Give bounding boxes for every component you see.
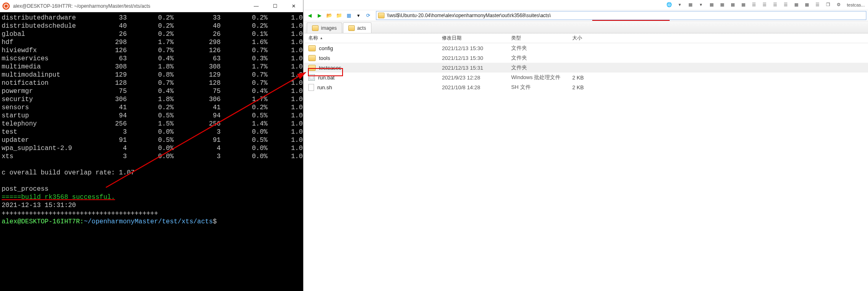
window-icon[interactable]: ❐	[824, 2, 832, 8]
globe-icon[interactable]: 🌐	[665, 2, 673, 8]
header-size[interactable]: 大小	[572, 35, 605, 42]
list-icon[interactable]: ☰	[813, 2, 822, 8]
folder-icon	[308, 55, 316, 61]
file-type: 文件夹	[511, 64, 572, 71]
refresh-button[interactable]: ⟳	[364, 11, 373, 20]
grid-icon[interactable]: ▦	[792, 2, 800, 8]
file-size: 2 KB	[572, 75, 605, 81]
dropdown-icon[interactable]: ▾	[354, 11, 363, 20]
view-button[interactable]: ▦	[344, 11, 353, 20]
grid-icon[interactable]: ▦	[708, 2, 716, 8]
maximize-button[interactable]: ☐	[266, 0, 284, 12]
explorer-nav-row: ◀ ▶ 📂 📁 ▦ ▾ ⟳ \\wsl$\Ubuntu-20.04\home\a…	[303, 10, 868, 21]
bat-file-icon	[308, 74, 315, 81]
file-row[interactable]: config2021/12/13 15:30文件夹	[303, 43, 868, 53]
minimize-button[interactable]: —	[247, 0, 266, 12]
file-date: 2021/12/13 15:31	[442, 65, 511, 71]
list-icon[interactable]: ☰	[750, 2, 758, 8]
header-name[interactable]: 名称 ▲	[303, 35, 442, 42]
file-type: SH 文件	[511, 84, 572, 91]
file-name: config	[319, 45, 333, 51]
grid-icon[interactable]: ▦	[803, 2, 811, 8]
settings-icon[interactable]: ⚙	[835, 2, 843, 8]
file-type: 文件夹	[511, 54, 572, 62]
tab-images[interactable]: images	[307, 22, 342, 33]
explorer-top-toolbar: 🌐▾ ▦▾ ▦ ▦ ▦ ▦ ☰ ☰ ☰ ☰ ▦ ▦ ☰ ❐ ⚙ testcas.…	[303, 0, 868, 10]
file-date: 2021/9/23 12:28	[442, 75, 511, 81]
nav-history-button[interactable]: 📁	[334, 11, 343, 20]
file-row[interactable]: tools2021/12/13 15:30文件夹	[303, 53, 868, 63]
file-row[interactable]: run.bat2021/9/23 12:28Windows 批处理文件2 KB	[303, 73, 868, 82]
file-explorer: 🌐▾ ▦▾ ▦ ▦ ▦ ▦ ☰ ☰ ☰ ☰ ▦ ▦ ☰ ❐ ⚙ testcas.…	[303, 0, 868, 291]
list-icon[interactable]: ☰	[771, 2, 779, 8]
tab-acts[interactable]: acts	[343, 22, 371, 33]
nav-back-button[interactable]: ◀	[305, 11, 314, 20]
explorer-tabs: imagesacts	[303, 21, 868, 33]
tab-label: images	[321, 25, 337, 31]
folder-icon	[378, 13, 385, 18]
window-title: alex@DESKTOP-16IHT7R: ~/openharmonyMaste…	[13, 3, 247, 9]
folder-icon	[308, 45, 316, 51]
address-text: \\wsl$\Ubuntu-20.04\home\alex\openharmon…	[387, 13, 551, 18]
topright-label: testcas...	[845, 2, 866, 8]
tab-label: acts	[357, 25, 366, 31]
file-date: 2021/10/8 14:28	[442, 84, 511, 90]
file-row[interactable]: testcases2021/12/13 15:31文件夹	[303, 63, 868, 73]
dropdown-icon[interactable]: ▾	[697, 2, 705, 8]
address-bar[interactable]: \\wsl$\Ubuntu-20.04\home\alex\openharmon…	[376, 11, 866, 20]
file-name: tools	[319, 55, 330, 61]
file-date: 2021/12/13 15:30	[442, 45, 511, 51]
window-titlebar: alex@DESKTOP-16IHT7R: ~/openharmonyMaste…	[0, 0, 303, 12]
ubuntu-icon	[2, 2, 10, 10]
header-date[interactable]: 修改日期	[442, 35, 511, 42]
dropdown-icon[interactable]: ▾	[676, 2, 684, 8]
build-success-line: =====build rk3568 successful.	[2, 194, 115, 201]
file-type: 文件夹	[511, 44, 572, 52]
terminal-window: alex@DESKTOP-16IHT7R: ~/openharmonyMaste…	[0, 0, 303, 291]
file-name: run.sh	[317, 84, 332, 90]
header-type[interactable]: 类型	[511, 35, 572, 42]
grid-icon[interactable]: ▦	[686, 2, 694, 8]
grid-icon[interactable]: ▦	[718, 2, 726, 8]
nav-up-button[interactable]: 📂	[325, 11, 334, 20]
file-size: 2 KB	[572, 84, 605, 90]
sort-asc-icon: ▲	[320, 36, 323, 40]
file-name: run.bat	[318, 75, 334, 81]
list-icon[interactable]: ☰	[760, 2, 769, 8]
column-headers: 名称 ▲ 修改日期 类型 大小	[303, 33, 868, 43]
folder-icon	[312, 25, 319, 31]
file-date: 2021/12/13 15:30	[442, 55, 511, 61]
file-type: Windows 批处理文件	[511, 74, 572, 81]
annotation-underline	[592, 20, 670, 21]
grid-icon[interactable]: ▦	[739, 2, 747, 8]
close-button[interactable]: ✕	[284, 0, 303, 12]
file-list: config2021/12/13 15:30文件夹tools2021/12/13…	[303, 43, 868, 291]
nav-forward-button[interactable]: ▶	[315, 11, 324, 20]
file-row[interactable]: run.sh2021/10/8 14:28SH 文件2 KB	[303, 82, 868, 92]
file-name: testcases	[319, 65, 341, 71]
folder-icon	[348, 25, 355, 31]
folder-icon	[308, 65, 316, 71]
sh-file-icon	[308, 84, 314, 91]
grid-icon[interactable]: ▦	[729, 2, 737, 8]
terminal-output[interactable]: distributedhardware 33 0.2% 33 0.2% 1.00…	[0, 12, 303, 291]
list-icon[interactable]: ☰	[782, 2, 790, 8]
